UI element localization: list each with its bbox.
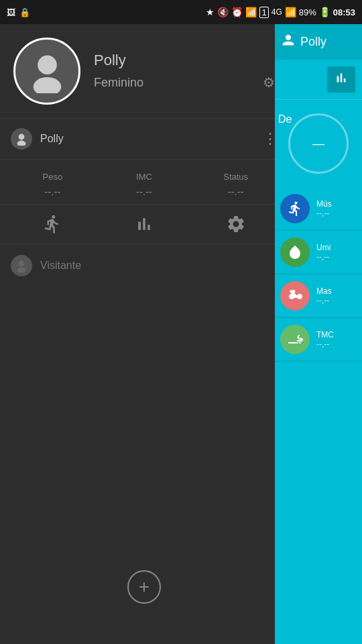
sim-icon: 1 [259, 7, 268, 18]
metric-mus-name: Mús [316, 199, 332, 209]
svg-point-0 [38, 55, 57, 74]
bar-chart-icon [334, 70, 349, 85]
metric-mus-dot [280, 194, 310, 223]
stat-imc-label: IMC [136, 172, 152, 182]
right-panel: Polly De — Mús --,-- [275, 24, 362, 644]
metric-mas-info: Mas --,-- [316, 286, 332, 305]
bluetooth-icon: ★ [206, 7, 215, 17]
muscle-icon [287, 201, 303, 217]
smoke-icon [287, 331, 303, 347]
metric-mas-name: Mas [316, 286, 332, 296]
metric-mas[interactable]: Mas --,-- [275, 274, 362, 318]
settings-icon [226, 214, 246, 234]
metric-tmc-info: TMC --,-- [316, 330, 334, 349]
metric-umi-info: Umi --,-- [316, 243, 330, 262]
wifi-icon: 📶 [245, 7, 257, 17]
headphone-icon: 🔒 [19, 7, 30, 17]
avatar-image [25, 50, 69, 93]
drop-icon [287, 244, 303, 260]
metric-mus-info: Mús --,-- [316, 199, 332, 218]
visitor-icon [11, 255, 32, 276]
svg-point-5 [17, 268, 26, 272]
right-header-user-icon [282, 34, 295, 50]
stat-status-value: --.-- [228, 186, 244, 197]
chart-icon [134, 214, 154, 234]
profile-gender-row: Feminino ⚙ [94, 74, 275, 91]
stat-imc-value: --.-- [136, 186, 152, 197]
user-row[interactable]: Polly ⋮ [0, 119, 288, 160]
add-profile-button[interactable]: + [127, 570, 161, 604]
status-bar-left: 🖼 🔒 [7, 7, 30, 17]
settings-icon-btn[interactable] [190, 214, 282, 234]
signal-bars: 📶 [285, 7, 296, 17]
stat-peso-value: --.-- [44, 186, 60, 197]
bone-icon [287, 288, 303, 304]
stat-imc: IMC --.-- [99, 172, 190, 197]
profile-settings-icon[interactable]: ⚙ [263, 74, 275, 91]
status-bar-right: ★ 🔇 ⏰ 📶 1 4G 📶 89% 🔋 08:53 [206, 7, 355, 18]
status-bar: 🖼 🔒 ★ 🔇 ⏰ 📶 1 4G 📶 89% 🔋 08:53 [0, 0, 362, 24]
metric-umi-value: --,-- [316, 252, 330, 262]
photo-icon: 🖼 [7, 7, 15, 17]
profile-info: Polly Feminino ⚙ [94, 52, 275, 91]
metric-tmc-name: TMC [316, 330, 334, 339]
profile-name: Polly [94, 52, 275, 69]
mute-icon: 🔇 [217, 7, 229, 17]
add-icon: + [139, 578, 149, 596]
stats-row: Peso --.-- IMC --.-- Status --.-- [0, 160, 288, 205]
network-label: 4G [272, 7, 282, 17]
metric-mas-dot [280, 281, 310, 311]
chart-bar-icon[interactable] [327, 66, 355, 93]
de-label: De [278, 113, 292, 125]
icon-row [0, 205, 288, 244]
footsteps-icon [42, 214, 62, 234]
gauge-value: — [312, 137, 324, 151]
metric-umi[interactable]: Umi --,-- [275, 231, 362, 274]
right-panel-header: Polly [275, 24, 362, 60]
visitor-row[interactable]: Visitante [0, 244, 288, 287]
chart-icon-btn[interactable] [99, 214, 190, 234]
metric-mus[interactable]: Mús --,-- [275, 187, 362, 231]
right-chart-area[interactable] [275, 60, 362, 100]
svg-point-3 [17, 141, 26, 146]
battery-icon: 🔋 [319, 7, 330, 17]
metric-tmc-value: --,-- [316, 339, 334, 349]
stat-status: Status --.-- [190, 172, 282, 197]
stat-peso: Peso --.-- [7, 172, 99, 197]
user-row-left: Polly [11, 128, 64, 150]
gauge-area: De — [275, 100, 362, 187]
metric-mas-value: --,-- [316, 296, 332, 305]
gauge-circle: — [288, 113, 349, 174]
stat-status-label: Status [223, 172, 248, 182]
user-row-name: Polly [40, 133, 64, 145]
footsteps-icon-btn[interactable] [7, 214, 99, 234]
user-small-avatar-image [15, 132, 28, 146]
profile-gender: Feminino [94, 76, 143, 90]
metric-umi-dot [280, 237, 310, 267]
alarm-icon: ⏰ [231, 7, 243, 17]
svg-point-2 [19, 134, 25, 140]
visitor-label: Visitante [40, 260, 81, 272]
visitor-avatar [15, 259, 28, 272]
clock: 08:53 [333, 7, 355, 17]
battery-percent: 89% [299, 7, 316, 17]
metric-mus-value: --,-- [316, 209, 332, 218]
left-panel: Polly Feminino ⚙ Polly ⋮ Peso --.-- IM [0, 24, 288, 644]
avatar[interactable] [13, 38, 80, 105]
user-small-avatar [11, 128, 32, 150]
metric-umi-name: Umi [316, 243, 330, 252]
svg-point-1 [33, 76, 61, 93]
metric-tmc-dot [280, 325, 310, 354]
profile-section: Polly Feminino ⚙ [0, 24, 288, 119]
svg-point-4 [19, 261, 25, 267]
metric-tmc[interactable]: TMC --,-- [275, 318, 362, 362]
right-panel-username: Polly [300, 35, 326, 49]
right-user-icon [282, 34, 295, 47]
stat-peso-label: Peso [43, 172, 63, 182]
